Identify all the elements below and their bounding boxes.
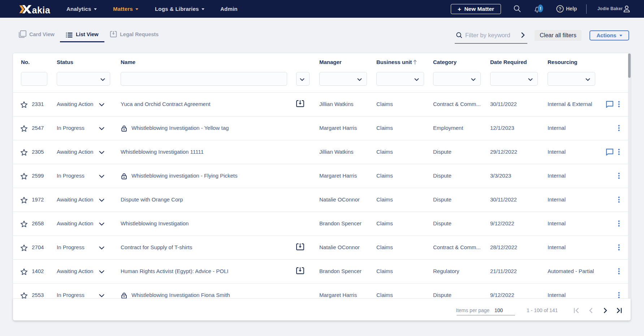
svg-text:akia: akia — [32, 5, 51, 15]
svg-text:?: ? — [559, 6, 562, 12]
svg-text:!: ! — [540, 6, 541, 11]
